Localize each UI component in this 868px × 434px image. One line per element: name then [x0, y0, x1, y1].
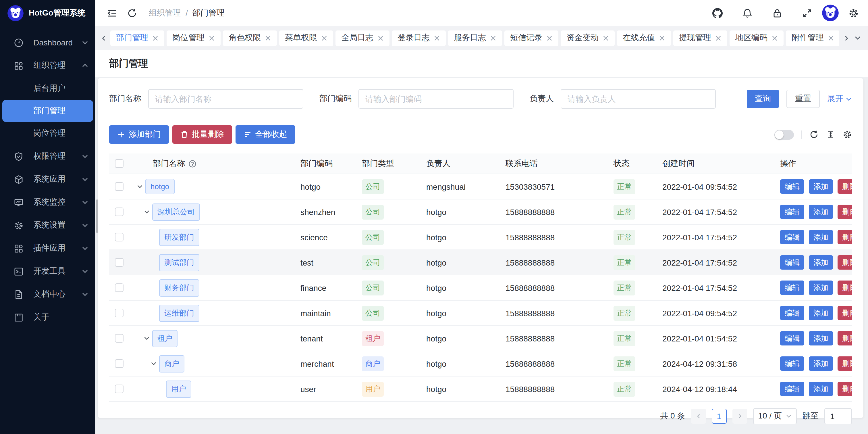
sidebar-item-backend-users[interactable]: 后台用户 [0, 77, 95, 100]
add-button[interactable]: 添加 [809, 281, 833, 295]
page-size-select[interactable]: 10 / 页 [753, 408, 797, 424]
row-checkbox[interactable] [115, 207, 124, 216]
close-tab-icon[interactable] [772, 35, 778, 41]
dept-name-input[interactable] [148, 89, 303, 109]
app-logo-row[interactable]: HotGo管理系统 [0, 0, 95, 26]
sidebar-item-plugin[interactable]: 插件应用 [0, 237, 95, 260]
expand-filters-link[interactable]: 展开 [827, 94, 852, 104]
delete-button[interactable]: 删除 [838, 230, 852, 244]
batch-delete-button[interactable]: 批量删除 [172, 125, 232, 144]
delete-button[interactable]: 删除 [838, 306, 852, 320]
delete-button[interactable]: 删除 [838, 382, 852, 396]
striped-toggle[interactable] [774, 129, 794, 139]
sidebar-item-sys-app[interactable]: 系统应用 [0, 168, 95, 191]
expand-row-icon[interactable] [137, 183, 145, 190]
sidebar-item-org[interactable]: 组织管理 [0, 54, 95, 77]
tab-sms-log[interactable]: 短信记录 [504, 30, 558, 46]
close-tab-icon[interactable] [265, 35, 271, 41]
close-tab-icon[interactable] [659, 35, 665, 41]
close-tab-icon[interactable] [828, 35, 834, 41]
delete-button[interactable]: 删除 [838, 255, 852, 269]
add-button[interactable]: 添加 [809, 230, 833, 244]
sidebar-item-about[interactable]: 关于 [0, 306, 95, 329]
leader-input[interactable] [561, 89, 716, 109]
delete-button[interactable]: 删除 [838, 281, 852, 295]
tab-withdraw[interactable]: 提现管理 [673, 30, 727, 46]
row-checkbox[interactable] [115, 384, 124, 393]
close-tab-icon[interactable] [377, 35, 384, 41]
tab-funds[interactable]: 资金变动 [561, 30, 615, 46]
sidebar-scrollbar[interactable] [96, 200, 98, 233]
add-button[interactable]: 添加 [809, 306, 833, 320]
sidebar-item-docs[interactable]: 文档中心 [0, 283, 95, 306]
close-tab-icon[interactable] [321, 35, 328, 41]
edit-button[interactable]: 编辑 [780, 331, 804, 345]
tabs-menu-icon[interactable] [853, 30, 862, 46]
edit-button[interactable]: 编辑 [780, 281, 804, 295]
tab-role[interactable]: 角色权限 [223, 30, 277, 46]
collapse-sidebar-icon[interactable] [107, 8, 117, 18]
expand-row-icon[interactable] [144, 209, 152, 215]
dept-code-input[interactable] [359, 89, 514, 109]
row-checkbox[interactable] [115, 359, 124, 368]
lock-screen-icon[interactable] [772, 8, 782, 18]
delete-button[interactable]: 删除 [838, 205, 852, 219]
collapse-all-button[interactable]: 全部收起 [236, 125, 295, 144]
close-tab-icon[interactable] [490, 35, 496, 41]
sidebar-item-dashboard[interactable]: Dashboard [0, 31, 95, 54]
tab-post[interactable]: 岗位管理 [166, 30, 221, 46]
tab-service-log[interactable]: 服务日志 [448, 30, 502, 46]
edit-button[interactable]: 编辑 [780, 306, 804, 320]
tab-menu[interactable]: 菜单权限 [279, 30, 333, 46]
tabs-scroll-left-icon[interactable] [99, 30, 108, 46]
row-checkbox[interactable] [115, 283, 124, 292]
sidebar-item-devtool[interactable]: 开发工具 [0, 260, 95, 283]
jump-page-input[interactable] [824, 408, 852, 424]
close-tab-icon[interactable] [602, 35, 609, 41]
dept-name-tag[interactable]: 财务部门 [159, 279, 199, 296]
edit-button[interactable]: 编辑 [780, 179, 804, 194]
edit-button[interactable]: 编辑 [780, 230, 804, 244]
tab-recharge[interactable]: 在线充值 [617, 30, 671, 46]
sidebar-item-sys-setting[interactable]: 系统设置 [0, 214, 95, 237]
close-tab-icon[interactable] [715, 35, 721, 41]
refresh-page-icon[interactable] [127, 8, 137, 18]
settings-gear-icon[interactable] [848, 8, 859, 18]
sidebar-item-dept-mgmt[interactable]: 部门管理 [2, 100, 93, 122]
dept-name-tag[interactable]: 租户 [152, 330, 178, 347]
add-button[interactable]: 添加 [809, 205, 833, 219]
sidebar-item-sys-monitor[interactable]: 系统监控 [0, 191, 95, 214]
row-checkbox[interactable] [115, 258, 124, 267]
fullscreen-icon[interactable] [802, 8, 812, 18]
tab-region[interactable]: 地区编码 [730, 30, 783, 46]
dept-name-tag[interactable]: 运维部门 [159, 305, 199, 322]
tabs-scroll-right-icon[interactable] [842, 30, 851, 46]
edit-button[interactable]: 编辑 [780, 382, 804, 396]
close-tab-icon[interactable] [152, 35, 159, 41]
add-dept-button[interactable]: 添加部门 [109, 125, 169, 144]
expand-row-icon[interactable] [151, 360, 159, 367]
dept-name-tag[interactable]: hotgo [145, 179, 174, 194]
edit-button[interactable]: 编辑 [780, 255, 804, 269]
select-all-checkbox[interactable] [115, 159, 124, 168]
add-button[interactable]: 添加 [809, 356, 833, 371]
column-settings-gear-icon[interactable] [843, 130, 852, 139]
edit-button[interactable]: 编辑 [780, 356, 804, 371]
prev-page-button[interactable] [691, 409, 706, 424]
add-button[interactable]: 添加 [809, 179, 833, 194]
row-checkbox[interactable] [115, 334, 124, 343]
delete-button[interactable]: 删除 [838, 179, 852, 194]
add-button[interactable]: 添加 [809, 255, 833, 269]
close-tab-icon[interactable] [546, 35, 553, 41]
breadcrumb-parent[interactable]: 组织管理 [149, 8, 181, 18]
current-page-button[interactable]: 1 [712, 409, 727, 424]
sidebar-item-perm[interactable]: 权限管理 [0, 145, 95, 168]
delete-button[interactable]: 删除 [838, 356, 852, 371]
next-page-button[interactable] [733, 409, 747, 424]
edit-button[interactable]: 编辑 [780, 205, 804, 219]
row-density-icon[interactable] [826, 130, 835, 139]
dept-name-tag[interactable]: 深圳总公司 [152, 203, 200, 221]
query-button[interactable]: 查询 [747, 90, 779, 108]
add-button[interactable]: 添加 [809, 331, 833, 345]
delete-button[interactable]: 删除 [838, 331, 852, 345]
